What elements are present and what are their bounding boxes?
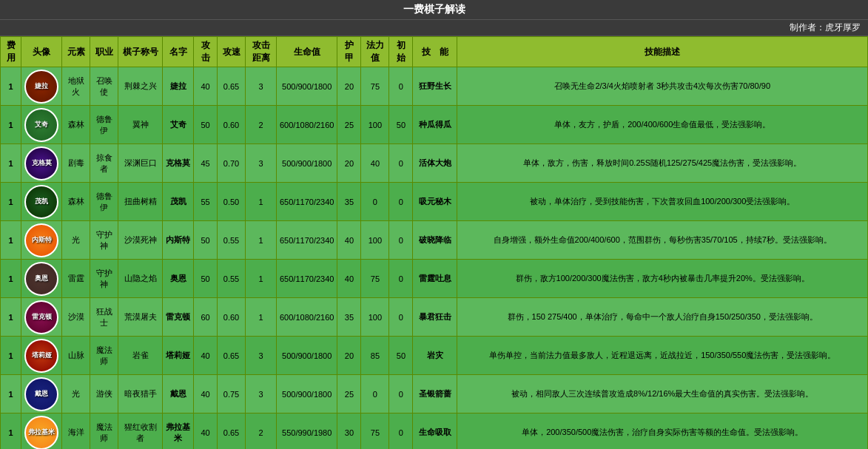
cell-desc: 被动，相同敌人三次连续普攻造成8%/12/16%最大生命值的真实伤害。受法强影响…	[457, 375, 868, 413]
cell-profession: 魔法师	[90, 413, 118, 450]
cell-speed: 0.55	[218, 221, 246, 260]
avatar: 戴恩	[24, 377, 58, 411]
cell-element: 雷霆	[62, 260, 90, 298]
table-row: 1克格莫剧毒掠食者深渊巨口克格莫450.703500/900/180020400…	[1, 144, 868, 183]
cell-name: 克格莫	[163, 144, 194, 183]
cell-armor: 20	[337, 337, 361, 375]
cell-element: 沙漠	[62, 298, 90, 337]
avatar: 婕拉	[24, 70, 58, 104]
cell-skill: 破晓降临	[413, 221, 457, 260]
cell-mana: 100	[361, 298, 389, 337]
cell-cost: 1	[1, 337, 21, 375]
cell-element: 剧毒	[62, 144, 90, 183]
avatar: 内斯特	[24, 223, 58, 257]
avatar: 艾奇	[24, 108, 58, 142]
cell-mana: 75	[361, 413, 389, 450]
cell-range: 3	[246, 144, 277, 183]
cell-desc: 召唤无生命2/3/4火焰喷射者 3秒共攻击4次每次伤害70/80/90	[457, 67, 868, 106]
table-row: 1塔莉娅山脉魔法师岩雀塔莉娅400.653500/900/1800208550岩…	[1, 337, 868, 375]
cell-armor: 25	[337, 375, 361, 413]
cell-cost: 1	[1, 413, 21, 450]
cell-hp: 650/1170/2340	[277, 221, 337, 260]
header-element: 元素	[62, 37, 90, 67]
header-profession: 职业	[90, 37, 118, 67]
cell-cost: 1	[1, 106, 21, 144]
cell-speed: 0.65	[218, 337, 246, 375]
table-row: 1弗拉基米海洋魔法师猩红收割者弗拉基米400.652550/990/198030…	[1, 413, 868, 450]
table-row: 1婕拉地狱火召唤使荆棘之兴婕拉400.653500/900/180020750狂…	[1, 67, 868, 106]
main-table: 费用 头像 元素 职业 棋子称号 名字 攻击 攻速 攻击距离 生命值 护甲 法力…	[0, 36, 868, 449]
cell-armor: 20	[337, 67, 361, 106]
cell-avatar: 雷克顿	[21, 298, 62, 337]
cell-range: 1	[246, 298, 277, 337]
cell-speed: 0.50	[218, 183, 246, 221]
table-row: 1茂凯森林德鲁伊扭曲树精茂凯550.501650/1170/23403500吸元…	[1, 183, 868, 221]
header-desc: 技能描述	[457, 37, 868, 67]
cell-speed: 0.65	[218, 67, 246, 106]
header-hp: 生命值	[277, 37, 337, 67]
cell-speed: 0.65	[218, 413, 246, 450]
cell-speed: 0.75	[218, 375, 246, 413]
cell-mana: 100	[361, 106, 389, 144]
cell-hp: 650/1170/2340	[277, 260, 337, 298]
table-header-row: 费用 头像 元素 职业 棋子称号 名字 攻击 攻速 攻击距离 生命值 护甲 法力…	[1, 37, 868, 67]
cell-mana: 0	[361, 375, 389, 413]
cell-hp: 650/1170/2340	[277, 183, 337, 221]
page-wrapper: 一费棋子解读 制作者：虎牙厚罗 费用 头像 元素 职业 棋子称号 名字 攻击 攻…	[0, 0, 868, 449]
cell-desc: 群伤，敌方100/200/300魔法伤害，敌方4秒内被暴击几率提升20%。受法强…	[457, 260, 868, 298]
cell-attack: 40	[194, 337, 218, 375]
cell-init-mana: 0	[389, 260, 413, 298]
avatar: 塔莉娅	[24, 339, 58, 373]
cell-name: 戴恩	[163, 375, 194, 413]
cell-cost: 1	[1, 183, 21, 221]
cell-profession: 游侠	[90, 375, 118, 413]
author-bar: 制作者：虎牙厚罗	[0, 20, 868, 36]
cell-init-mana: 50	[389, 106, 413, 144]
cell-avatar: 艾奇	[21, 106, 62, 144]
cell-skill: 吸元秘木	[413, 183, 457, 221]
cell-hp: 550/990/1980	[277, 413, 337, 450]
author-text: 制作者：虎牙厚罗	[790, 22, 861, 33]
cell-cost: 1	[1, 260, 21, 298]
cell-range: 3	[246, 337, 277, 375]
cell-name: 茂凯	[163, 183, 194, 221]
cell-desc: 单体，友方，护盾，200/400/600生命值最低，受法强影响。	[457, 106, 868, 144]
cell-avatar: 克格莫	[21, 144, 62, 183]
cell-armor: 40	[337, 260, 361, 298]
cell-name: 雷克顿	[163, 298, 194, 337]
cell-armor: 30	[337, 413, 361, 450]
header-speed: 攻速	[218, 37, 246, 67]
cell-range: 2	[246, 413, 277, 450]
cell-cost: 1	[1, 375, 21, 413]
cell-init-mana: 0	[389, 67, 413, 106]
cell-init-mana: 0	[389, 144, 413, 183]
cell-profession: 守护神	[90, 260, 118, 298]
header-range: 攻击距离	[246, 37, 277, 67]
cell-range: 1	[246, 260, 277, 298]
header-mana: 法力值	[361, 37, 389, 67]
cell-profession: 德鲁伊	[90, 106, 118, 144]
cell-range: 1	[246, 221, 277, 260]
cell-hp: 500/900/1800	[277, 67, 337, 106]
cell-init-mana: 0	[389, 183, 413, 221]
cell-skill: 种瓜得瓜	[413, 106, 457, 144]
cell-chess-id: 山隐之焰	[118, 260, 163, 298]
cell-name: 奥恩	[163, 260, 194, 298]
cell-mana: 85	[361, 337, 389, 375]
cell-attack: 50	[194, 221, 218, 260]
cell-chess-id: 荆棘之兴	[118, 67, 163, 106]
cell-speed: 0.55	[218, 260, 246, 298]
table-row: 1雷克顿沙漠狂战士荒漠屠夫雷克顿600.601600/1080/21603510…	[1, 298, 868, 337]
cell-speed: 0.60	[218, 106, 246, 144]
page-title: 一费棋子解读	[403, 3, 465, 15]
cell-init-mana: 0	[389, 375, 413, 413]
cell-speed: 0.70	[218, 144, 246, 183]
cell-attack: 40	[194, 375, 218, 413]
table-body: 1婕拉地狱火召唤使荆棘之兴婕拉400.653500/900/180020750狂…	[1, 67, 868, 450]
cell-hp: 600/1080/2160	[277, 106, 337, 144]
cell-profession: 召唤使	[90, 67, 118, 106]
cell-cost: 1	[1, 298, 21, 337]
cell-name: 婕拉	[163, 67, 194, 106]
cell-armor: 40	[337, 221, 361, 260]
cell-desc: 被动，单体治疗，受到技能伤害，下次普攻回血100/200/300受法强影响。	[457, 183, 868, 221]
